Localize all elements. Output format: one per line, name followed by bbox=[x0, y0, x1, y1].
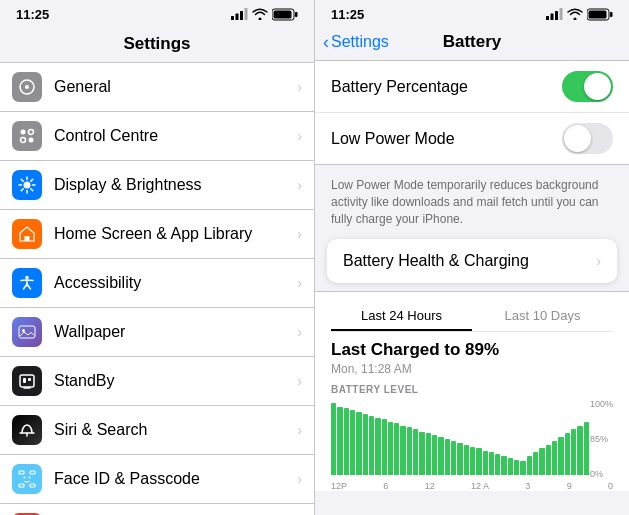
chart-section: Last 24 Hours Last 10 Days Last Charged … bbox=[315, 291, 629, 491]
bar-19 bbox=[451, 441, 456, 475]
bar-24 bbox=[483, 451, 488, 475]
svg-rect-22 bbox=[25, 236, 30, 241]
bar-40 bbox=[584, 422, 589, 475]
accessibility-chevron-icon: › bbox=[297, 275, 302, 291]
settings-item-siri[interactable]: Siri & Search› bbox=[0, 406, 314, 455]
bar-5 bbox=[363, 414, 368, 475]
toggle-knob bbox=[584, 73, 611, 100]
bar-1 bbox=[337, 407, 342, 475]
low-power-label: Low Power Mode bbox=[331, 130, 562, 148]
bar-11 bbox=[400, 426, 405, 475]
back-button[interactable]: ‹ Settings bbox=[323, 32, 389, 53]
right-status-bar: 11:25 bbox=[315, 0, 629, 28]
svg-rect-43 bbox=[551, 14, 554, 21]
settings-item-general[interactable]: General› bbox=[0, 62, 314, 112]
bar-27 bbox=[501, 456, 506, 475]
low-power-row[interactable]: Low Power Mode bbox=[315, 113, 629, 164]
bar-34 bbox=[546, 445, 551, 475]
back-chevron-icon: ‹ bbox=[323, 32, 329, 53]
settings-item-wallpaper[interactable]: Wallpaper› bbox=[0, 308, 314, 357]
display-chevron-icon: › bbox=[297, 177, 302, 193]
wallpaper-chevron-icon: › bbox=[297, 324, 302, 340]
chart-title: Last Charged to 89% bbox=[331, 340, 613, 360]
bar-28 bbox=[508, 458, 513, 475]
settings-item-accessibility[interactable]: Accessibility› bbox=[0, 259, 314, 308]
x-label-2: 12 bbox=[425, 481, 435, 491]
display-icon bbox=[12, 170, 42, 200]
bar-30 bbox=[520, 461, 525, 475]
signal-icon bbox=[231, 8, 248, 20]
low-power-toggle[interactable] bbox=[562, 123, 613, 154]
settings-item-display[interactable]: Display & Brightness› bbox=[0, 161, 314, 210]
control-centre-chevron-icon: › bbox=[297, 128, 302, 144]
settings-item-faceid[interactable]: Face ID & Passcode› bbox=[0, 455, 314, 504]
bar-3 bbox=[350, 410, 355, 475]
svg-point-12 bbox=[29, 138, 34, 143]
display-label: Display & Brightness bbox=[54, 176, 293, 194]
bar-35 bbox=[552, 441, 557, 475]
bar-37 bbox=[565, 433, 570, 475]
svg-rect-26 bbox=[20, 375, 34, 387]
accessibility-icon bbox=[12, 268, 42, 298]
bar-9 bbox=[388, 422, 393, 475]
svg-point-11 bbox=[21, 138, 26, 143]
battery-icon bbox=[272, 8, 298, 21]
settings-item-emergency[interactable]: SOSEmergency SOS› bbox=[0, 504, 314, 515]
svg-point-25 bbox=[22, 329, 25, 332]
right-time: 11:25 bbox=[331, 7, 364, 22]
svg-point-37 bbox=[29, 477, 31, 479]
wallpaper-icon bbox=[12, 317, 42, 347]
svg-rect-35 bbox=[30, 484, 35, 487]
tab-24hours[interactable]: Last 24 Hours bbox=[331, 302, 472, 331]
siri-chevron-icon: › bbox=[297, 422, 302, 438]
svg-rect-24 bbox=[19, 326, 35, 338]
x-label-6: 0 bbox=[608, 481, 613, 491]
wallpaper-label: Wallpaper bbox=[54, 323, 293, 341]
back-label: Settings bbox=[331, 33, 389, 51]
bar-chart bbox=[331, 399, 613, 475]
bar-31 bbox=[527, 456, 532, 475]
settings-item-home-screen[interactable]: Home Screen & App Library› bbox=[0, 210, 314, 259]
bar-15 bbox=[426, 433, 431, 475]
tab-24hours-label: Last 24 Hours bbox=[361, 308, 442, 323]
y-label-85: 85% bbox=[590, 434, 613, 444]
chart-x-labels: 12P61212 A390 bbox=[331, 481, 613, 491]
bar-2 bbox=[344, 408, 349, 475]
svg-line-21 bbox=[21, 189, 23, 191]
svg-rect-42 bbox=[546, 16, 549, 20]
svg-rect-3 bbox=[245, 8, 248, 20]
bar-14 bbox=[419, 432, 424, 475]
right-panel: 11:25 ‹ Settings Battery bbox=[314, 0, 629, 515]
settings-item-standby[interactable]: StandBy› bbox=[0, 357, 314, 406]
battery-percentage-label: Battery Percentage bbox=[331, 78, 562, 96]
right-status-icons bbox=[546, 8, 613, 21]
faceid-chevron-icon: › bbox=[297, 471, 302, 487]
siri-icon bbox=[12, 415, 42, 445]
x-label-0: 12P bbox=[331, 481, 347, 491]
tab-10days[interactable]: Last 10 Days bbox=[472, 302, 613, 331]
x-label-5: 9 bbox=[567, 481, 572, 491]
standby-label: StandBy bbox=[54, 372, 293, 390]
svg-line-18 bbox=[21, 179, 23, 181]
general-chevron-icon: › bbox=[297, 79, 302, 95]
svg-point-9 bbox=[21, 130, 26, 135]
battery-percentage-toggle[interactable] bbox=[562, 71, 613, 102]
bar-25 bbox=[489, 452, 494, 475]
bar-6 bbox=[369, 416, 374, 475]
chart-area: 100% 85% 0% bbox=[331, 399, 613, 479]
accessibility-label: Accessibility bbox=[54, 274, 293, 292]
left-panel-title: Settings bbox=[0, 28, 314, 62]
general-icon bbox=[12, 72, 42, 102]
home-screen-chevron-icon: › bbox=[297, 226, 302, 242]
bar-23 bbox=[476, 448, 481, 475]
standby-chevron-icon: › bbox=[297, 373, 302, 389]
bar-12 bbox=[407, 427, 412, 475]
right-battery-icon bbox=[587, 8, 613, 21]
battery-health-chevron-icon: › bbox=[596, 253, 601, 269]
settings-item-control-centre[interactable]: Control Centre› bbox=[0, 112, 314, 161]
battery-percentage-row[interactable]: Battery Percentage bbox=[315, 61, 629, 113]
home-screen-label: Home Screen & App Library bbox=[54, 225, 293, 243]
bar-4 bbox=[356, 412, 361, 475]
settings-list: General›Control Centre›Display & Brightn… bbox=[0, 62, 314, 515]
battery-health-row[interactable]: Battery Health & Charging › bbox=[327, 239, 617, 283]
